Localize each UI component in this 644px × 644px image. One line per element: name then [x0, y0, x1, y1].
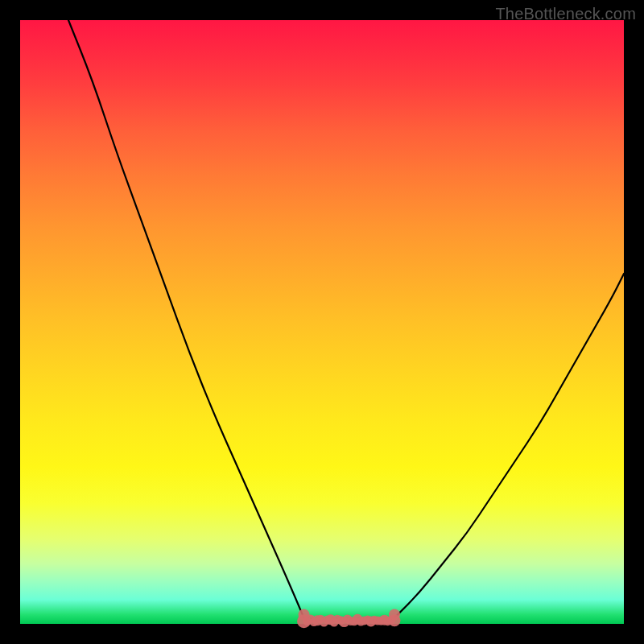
watermark-text: TheBottleneck.com — [495, 5, 636, 23]
chart-overlay — [20, 20, 624, 624]
curve-line — [68, 20, 624, 621]
svg-point-28 — [299, 609, 310, 621]
plot-area — [20, 20, 624, 624]
bottom-marker — [297, 609, 401, 629]
chart-container: TheBottleneck.com — [0, 0, 644, 644]
svg-point-29 — [389, 609, 400, 621]
